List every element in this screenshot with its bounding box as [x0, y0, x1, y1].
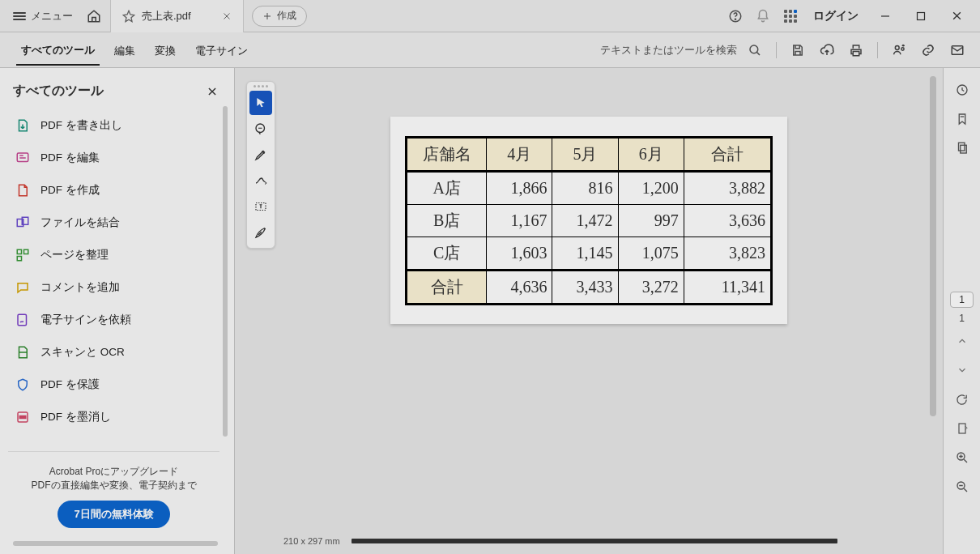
document-tab[interactable]: 売上表.pdf: [110, 0, 244, 32]
zoom-in-button[interactable]: [949, 445, 975, 470]
divider: [776, 42, 777, 58]
help-button[interactable]: [722, 3, 748, 29]
page-display-button[interactable]: [949, 416, 975, 441]
highlight-tool-button[interactable]: [249, 143, 272, 167]
svg-point-1: [735, 19, 735, 19]
svg-rect-4: [853, 51, 859, 55]
page-down-button[interactable]: [949, 358, 975, 382]
page-layout-icon: [956, 421, 969, 436]
cell-may-total: 3,433: [552, 271, 618, 305]
rotate-button[interactable]: [949, 387, 975, 411]
link-button[interactable]: [915, 37, 941, 63]
page-up-button[interactable]: [949, 329, 975, 353]
textbox-icon: [254, 199, 268, 214]
titlebar: メニュー 売上表.pdf 作成: [0, 0, 980, 32]
fountain-pen-icon: [254, 225, 268, 240]
all-tools-panel: すべてのツール PDF を書き出し PDF を編集 PDF を作成 ファイルを結…: [0, 68, 235, 554]
share-link-button[interactable]: [886, 37, 912, 63]
search-button[interactable]: [742, 37, 768, 63]
tool-request-signature[interactable]: 電子サインを依頼: [0, 304, 224, 336]
cell-jun: 997: [618, 205, 684, 237]
tab-edit[interactable]: 編集: [109, 36, 140, 65]
create-new-button[interactable]: 作成: [252, 6, 307, 27]
save-icon: [790, 43, 805, 58]
search-icon: [748, 43, 762, 58]
tab-esign[interactable]: 電子サイン: [190, 36, 253, 65]
apps-button[interactable]: [778, 3, 803, 29]
chevron-down-icon: [957, 364, 968, 376]
sign-tool-button[interactable]: [249, 220, 272, 245]
maximize-icon: [916, 11, 926, 21]
cell-may: 1,472: [552, 205, 618, 237]
home-button[interactable]: [81, 3, 107, 29]
cell-apr: 1,603: [487, 237, 552, 271]
svg-rect-2: [918, 12, 925, 19]
tool-label: PDF を墨消し: [40, 410, 111, 424]
tab-all-tools[interactable]: すべてのツール: [16, 35, 100, 66]
tool-create-pdf[interactable]: PDF を作成: [0, 174, 224, 207]
tool-label: ページを整理: [40, 248, 109, 262]
comment-tool-button[interactable]: [249, 117, 272, 141]
page-number-input[interactable]: 1: [950, 292, 974, 308]
panel-history-icon: [955, 83, 969, 97]
table-row: C店 1,603 1,145 1,075 3,823: [407, 237, 772, 271]
textbox-tool-button[interactable]: [249, 194, 272, 219]
th-may: 5月: [552, 138, 618, 172]
tool-label: PDF を書き出し: [40, 118, 122, 133]
divider: [877, 42, 878, 58]
window-minimize-button[interactable]: [868, 0, 902, 32]
pdf-page: 店舗名 4月 5月 6月 合計 A店 1,866 816 1,200 3,882: [390, 117, 787, 324]
tool-label: ファイルを結合: [40, 215, 120, 230]
page-size-label: 210 x 297 mm: [283, 536, 340, 546]
cell-apr-total: 4,636: [487, 271, 552, 305]
cell-store: B店: [407, 205, 487, 237]
star-icon[interactable]: [122, 10, 135, 23]
login-button[interactable]: ログイン: [805, 9, 867, 23]
panel-close-button[interactable]: [207, 86, 218, 97]
zoom-out-button[interactable]: [949, 475, 975, 499]
zoom-out-icon: [955, 479, 969, 494]
tool-add-comment[interactable]: コメントを追加: [0, 271, 224, 304]
save-button[interactable]: [785, 37, 811, 63]
bookmark-icon: [955, 112, 969, 126]
grip-icon[interactable]: [254, 85, 268, 87]
speech-bubble-icon: [254, 121, 268, 136]
highlighter-icon: [254, 147, 268, 162]
help-icon: [728, 9, 743, 23]
create-icon: [15, 182, 31, 198]
tool-protect-pdf[interactable]: PDF を保護: [0, 369, 224, 401]
home-icon: [87, 9, 101, 23]
panel-scrollbar[interactable]: [13, 541, 218, 546]
email-button[interactable]: [944, 37, 970, 63]
context-pane-button[interactable]: [949, 78, 975, 102]
window-close-button[interactable]: [940, 0, 974, 32]
cloud-upload-button[interactable]: [814, 37, 840, 63]
menu-button[interactable]: メニュー: [6, 6, 79, 27]
free-trial-button[interactable]: 7日間の無料体験: [58, 501, 169, 528]
notifications-button[interactable]: [750, 3, 776, 29]
tool-list[interactable]: PDF を書き出し PDF を編集 PDF を作成 ファイルを結合 ページを整理…: [0, 106, 224, 437]
window-maximize-button[interactable]: [904, 0, 938, 32]
print-button[interactable]: [843, 37, 869, 63]
svg-rect-22: [959, 424, 965, 433]
tab-convert[interactable]: 変換: [150, 36, 181, 65]
tool-scan-ocr[interactable]: スキャンと OCR: [0, 336, 224, 369]
document-viewport[interactable]: 店舗名 4月 5月 6月 合計 A店 1,866 816 1,200 3,882: [235, 68, 943, 554]
thumbnails-button[interactable]: [949, 136, 975, 160]
zoom-slider[interactable]: [352, 539, 837, 543]
plus-icon: [262, 11, 272, 21]
tab-close-button[interactable]: [222, 11, 232, 21]
document-scrollbar[interactable]: [930, 76, 936, 416]
tool-combine-files[interactable]: ファイルを結合: [0, 207, 224, 239]
th-total: 合計: [684, 138, 771, 172]
bookmarks-button[interactable]: [949, 107, 975, 131]
select-tool-button[interactable]: [249, 91, 272, 115]
tool-redact-pdf[interactable]: PDF を墨消し: [0, 401, 224, 433]
tool-organize-pages[interactable]: ページを整理: [0, 239, 224, 271]
freehand-icon: [254, 173, 268, 188]
tool-edit-pdf[interactable]: PDF を編集: [0, 142, 224, 174]
svg-rect-11: [17, 249, 21, 254]
draw-tool-button[interactable]: [249, 168, 272, 193]
tool-export-pdf[interactable]: PDF を書き出し: [0, 109, 224, 142]
close-icon: [952, 11, 962, 21]
